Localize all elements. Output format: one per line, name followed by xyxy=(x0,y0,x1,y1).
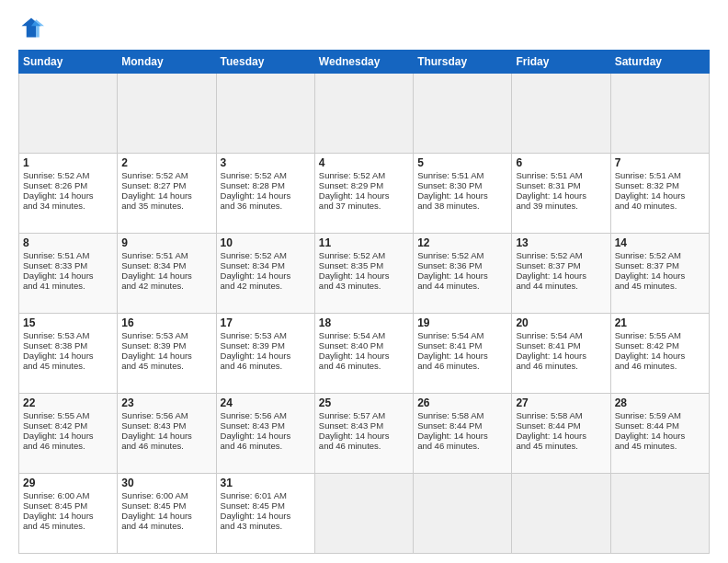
calendar-day-header: Saturday xyxy=(610,51,709,74)
sunset-label: Sunset: 8:31 PM xyxy=(516,180,580,190)
calendar-cell: 3 Sunrise: 5:52 AM Sunset: 8:28 PM Dayli… xyxy=(216,154,314,234)
daylight-label: Daylight: 14 hours xyxy=(516,350,586,361)
calendar-cell: 10 Sunrise: 5:52 AM Sunset: 8:34 PM Dayl… xyxy=(216,234,314,314)
daylight-label: Daylight: 14 hours xyxy=(319,350,390,361)
calendar-week-row: 22 Sunrise: 5:55 AM Sunset: 8:42 PM Dayl… xyxy=(19,394,710,474)
daylight-minutes: and 45 minutes. xyxy=(516,441,578,451)
sunrise-label: Sunrise: 5:52 AM xyxy=(417,250,483,260)
calendar-cell: 11 Sunrise: 5:52 AM Sunset: 8:35 PM Dayl… xyxy=(314,234,413,314)
daylight-minutes: and 40 minutes. xyxy=(615,201,677,211)
calendar-cell xyxy=(216,74,314,154)
sunset-label: Sunset: 8:44 PM xyxy=(417,420,482,431)
calendar-cell: 21 Sunrise: 5:55 AM Sunset: 8:42 PM Dayl… xyxy=(610,314,709,394)
sunrise-label: Sunrise: 5:52 AM xyxy=(615,250,681,260)
daylight-label: Daylight: 14 hours xyxy=(417,431,488,441)
calendar-day-header: Friday xyxy=(512,51,610,74)
calendar-cell xyxy=(512,74,610,154)
daylight-minutes: and 45 minutes. xyxy=(121,361,184,371)
daylight-minutes: and 42 minutes. xyxy=(221,281,283,291)
sunset-label: Sunset: 8:28 PM xyxy=(221,180,285,190)
daylight-label: Daylight: 14 hours xyxy=(23,350,94,361)
daylight-minutes: and 46 minutes. xyxy=(121,441,184,451)
daylight-minutes: and 42 minutes. xyxy=(121,281,184,291)
day-number: 26 xyxy=(417,396,507,409)
daylight-minutes: and 35 minutes. xyxy=(121,201,184,211)
sunset-label: Sunset: 8:37 PM xyxy=(615,260,679,270)
day-number: 31 xyxy=(221,477,311,489)
calendar-cell: 6 Sunrise: 5:51 AM Sunset: 8:31 PM Dayli… xyxy=(512,154,610,234)
sunset-label: Sunset: 8:40 PM xyxy=(319,340,383,350)
daylight-minutes: and 46 minutes. xyxy=(23,441,85,451)
day-number: 28 xyxy=(615,396,705,409)
sunset-label: Sunset: 8:38 PM xyxy=(23,340,87,350)
calendar-cell: 4 Sunrise: 5:52 AM Sunset: 8:29 PM Dayli… xyxy=(314,154,413,234)
sunset-label: Sunset: 8:43 PM xyxy=(319,420,383,431)
calendar-cell: 12 Sunrise: 5:52 AM Sunset: 8:36 PM Dayl… xyxy=(414,234,512,314)
calendar-day-header: Thursday xyxy=(414,51,512,74)
daylight-label: Daylight: 14 hours xyxy=(417,350,488,361)
sunrise-label: Sunrise: 5:59 AM xyxy=(615,410,681,420)
daylight-label: Daylight: 14 hours xyxy=(221,270,291,281)
day-number: 12 xyxy=(417,236,507,249)
calendar-cell xyxy=(314,474,413,554)
calendar-cell xyxy=(414,474,512,554)
calendar-cell: 25 Sunrise: 5:57 AM Sunset: 8:43 PM Dayl… xyxy=(314,394,413,474)
daylight-minutes: and 45 minutes. xyxy=(615,281,677,291)
sunrise-label: Sunrise: 5:53 AM xyxy=(23,330,89,340)
daylight-minutes: and 41 minutes. xyxy=(23,281,85,291)
daylight-label: Daylight: 14 hours xyxy=(23,190,94,201)
calendar-cell: 5 Sunrise: 5:51 AM Sunset: 8:30 PM Dayli… xyxy=(414,154,512,234)
sunrise-label: Sunrise: 5:52 AM xyxy=(121,170,188,180)
sunset-label: Sunset: 8:39 PM xyxy=(221,340,285,350)
day-number: 3 xyxy=(221,156,311,169)
daylight-label: Daylight: 14 hours xyxy=(615,350,686,361)
sunrise-label: Sunrise: 5:55 AM xyxy=(615,330,681,340)
daylight-minutes: and 34 minutes. xyxy=(23,201,85,211)
calendar-cell xyxy=(610,74,709,154)
sunrise-label: Sunrise: 6:01 AM xyxy=(221,490,287,500)
daylight-label: Daylight: 14 hours xyxy=(221,190,291,201)
sunset-label: Sunset: 8:30 PM xyxy=(417,180,482,190)
sunset-label: Sunset: 8:45 PM xyxy=(121,500,186,511)
daylight-minutes: and 45 minutes. xyxy=(615,441,677,451)
calendar-cell: 27 Sunrise: 5:58 AM Sunset: 8:44 PM Dayl… xyxy=(512,394,610,474)
logo xyxy=(18,15,48,40)
calendar-table: SundayMondayTuesdayWednesdayThursdayFrid… xyxy=(18,50,710,554)
daylight-minutes: and 46 minutes. xyxy=(221,361,283,371)
sunset-label: Sunset: 8:33 PM xyxy=(23,260,87,270)
calendar-cell: 1 Sunrise: 5:52 AM Sunset: 8:26 PM Dayli… xyxy=(19,154,118,234)
daylight-minutes: and 45 minutes. xyxy=(23,521,85,531)
sunrise-label: Sunrise: 5:55 AM xyxy=(23,410,89,420)
sunset-label: Sunset: 8:34 PM xyxy=(221,260,285,270)
calendar-week-row xyxy=(19,74,710,154)
daylight-minutes: and 46 minutes. xyxy=(319,441,381,451)
daylight-label: Daylight: 14 hours xyxy=(615,190,686,201)
day-number: 7 xyxy=(615,156,705,169)
daylight-label: Daylight: 14 hours xyxy=(319,270,390,281)
calendar-cell: 18 Sunrise: 5:54 AM Sunset: 8:40 PM Dayl… xyxy=(314,314,413,394)
sunrise-label: Sunrise: 5:51 AM xyxy=(121,250,188,260)
sunrise-label: Sunrise: 5:56 AM xyxy=(121,410,188,420)
sunset-label: Sunset: 8:41 PM xyxy=(417,340,482,350)
daylight-label: Daylight: 14 hours xyxy=(121,190,192,201)
calendar-cell xyxy=(610,474,709,554)
daylight-label: Daylight: 14 hours xyxy=(121,350,192,361)
calendar-cell xyxy=(118,74,216,154)
calendar-cell: 23 Sunrise: 5:56 AM Sunset: 8:43 PM Dayl… xyxy=(118,394,216,474)
daylight-minutes: and 46 minutes. xyxy=(221,441,283,451)
sunset-label: Sunset: 8:27 PM xyxy=(121,180,186,190)
sunrise-label: Sunrise: 5:51 AM xyxy=(417,170,483,180)
daylight-label: Daylight: 14 hours xyxy=(615,431,686,441)
sunset-label: Sunset: 8:41 PM xyxy=(516,340,580,350)
day-number: 20 xyxy=(516,316,606,329)
sunrise-label: Sunrise: 5:51 AM xyxy=(516,170,582,180)
calendar-day-header: Sunday xyxy=(19,51,118,74)
page: SundayMondayTuesdayWednesdayThursdayFrid… xyxy=(0,0,728,563)
day-number: 24 xyxy=(221,396,311,409)
sunrise-label: Sunrise: 5:58 AM xyxy=(516,410,582,420)
daylight-minutes: and 44 minutes. xyxy=(121,521,184,531)
sunrise-label: Sunrise: 5:53 AM xyxy=(121,330,188,340)
daylight-minutes: and 45 minutes. xyxy=(23,361,85,371)
sunrise-label: Sunrise: 6:00 AM xyxy=(23,490,89,500)
daylight-minutes: and 46 minutes. xyxy=(417,361,480,371)
